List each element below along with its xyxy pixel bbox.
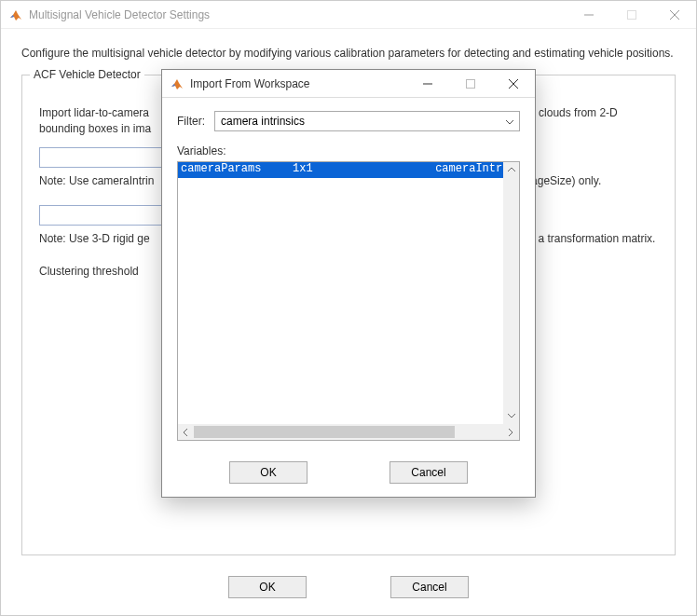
dialog-close-button[interactable] bbox=[492, 70, 535, 98]
close-button[interactable] bbox=[653, 1, 696, 29]
variable-class: cameraIntrinsi bbox=[386, 162, 519, 178]
main-titlebar: Multisignal Vehicle Detector Settings bbox=[1, 1, 696, 29]
text-fragment: Import lidar-to-camera bbox=[39, 106, 149, 119]
import-workspace-dialog: Import From Workspace Filter: camera int… bbox=[161, 69, 536, 498]
svg-rect-7 bbox=[467, 79, 475, 88]
text-fragment: ageSize) only. bbox=[531, 174, 601, 187]
scroll-up-icon[interactable] bbox=[503, 162, 519, 178]
dialog-cancel-button[interactable]: Cancel bbox=[390, 461, 468, 484]
app-icon bbox=[170, 76, 184, 91]
main-button-bar: OK Cancel bbox=[1, 565, 696, 615]
dialog-title: Import From Workspace bbox=[190, 77, 406, 90]
maximize-button bbox=[610, 1, 653, 29]
scroll-left-icon[interactable] bbox=[178, 424, 194, 440]
scroll-right-icon[interactable] bbox=[503, 424, 519, 440]
vertical-scrollbar[interactable] bbox=[503, 162, 519, 424]
app-icon bbox=[8, 7, 23, 22]
main-window-controls bbox=[567, 1, 696, 29]
text-fragment: Note: Use cameraIntrin bbox=[39, 174, 154, 187]
filter-row: Filter: camera intrinsics bbox=[177, 111, 520, 131]
variable-name: cameraParams bbox=[181, 162, 293, 178]
scroll-down-icon[interactable] bbox=[503, 408, 519, 424]
chevron-down-icon bbox=[506, 116, 513, 127]
dialog-button-bar: OK Cancel bbox=[162, 450, 535, 497]
scroll-thumb[interactable] bbox=[194, 426, 455, 438]
variable-row[interactable]: cameraParams 1x1 cameraIntrinsi bbox=[178, 162, 519, 178]
main-title: Multisignal Vehicle Detector Settings bbox=[29, 8, 567, 21]
filter-dropdown[interactable]: camera intrinsics bbox=[214, 111, 520, 131]
listbox-inner: cameraParams 1x1 cameraIntrinsi bbox=[178, 162, 519, 440]
main-cancel-button[interactable]: Cancel bbox=[390, 576, 469, 598]
variable-size: 1x1 bbox=[293, 162, 386, 178]
panel-title: ACF Vehicle Detector bbox=[30, 68, 144, 81]
variables-listbox[interactable]: cameraParams 1x1 cameraIntrinsi bbox=[177, 161, 520, 441]
dialog-body: Filter: camera intrinsics Variables: cam… bbox=[162, 98, 535, 450]
dialog-minimize-button[interactable] bbox=[406, 70, 449, 98]
text-fragment: Note: Use 3-D rigid ge bbox=[39, 232, 150, 245]
description-text: Configure the multisignal vehicle detect… bbox=[21, 46, 676, 62]
dialog-ok-button[interactable]: OK bbox=[229, 461, 308, 484]
main-ok-button[interactable]: OK bbox=[228, 576, 307, 598]
dialog-maximize-button bbox=[449, 70, 492, 98]
horizontal-scrollbar[interactable] bbox=[178, 424, 519, 440]
dialog-titlebar: Import From Workspace bbox=[162, 70, 535, 98]
dialog-window-controls bbox=[406, 70, 535, 98]
text-fragment: is a transformation matrix. bbox=[526, 232, 655, 245]
svg-rect-2 bbox=[628, 10, 636, 19]
variables-label: Variables: bbox=[177, 144, 520, 157]
minimize-button[interactable] bbox=[567, 1, 610, 29]
filter-label: Filter: bbox=[177, 115, 214, 128]
filter-value: camera intrinsics bbox=[221, 115, 305, 128]
